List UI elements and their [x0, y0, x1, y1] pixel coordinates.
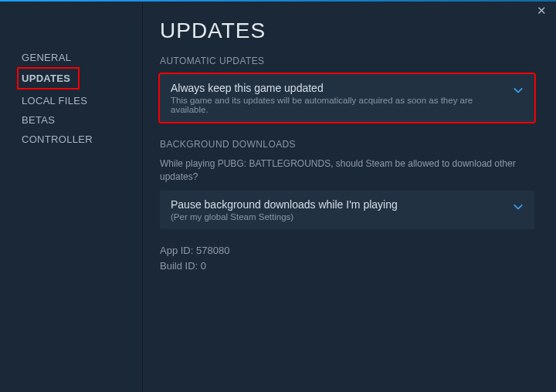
close-button[interactable]: ✕	[537, 5, 547, 16]
app-id-value: 578080	[196, 245, 229, 256]
automatic-update-dropdown[interactable]: Always keep this game updated This game …	[160, 74, 534, 122]
sidebar-item-general[interactable]: GENERAL	[19, 48, 142, 67]
automatic-updates-heading: AUTOMATIC UPDATES	[160, 56, 534, 66]
background-downloads-heading: BACKGROUND DOWNLOADS	[160, 139, 534, 150]
background-download-sub: (Per my global Steam Settings)	[171, 212, 507, 221]
sidebar-item-controller[interactable]: CONTROLLER	[19, 130, 142, 149]
background-download-dropdown[interactable]: Pause background downloads while I'm pla…	[160, 191, 534, 229]
sidebar-item-betas[interactable]: BETAS	[19, 110, 142, 130]
close-icon: ✕	[537, 4, 547, 17]
sidebar-item-local-files[interactable]: LOCAL FILES	[19, 91, 142, 110]
app-id-label: App ID:	[160, 245, 193, 256]
main-content: UPDATES AUTOMATIC UPDATES Always keep th…	[143, 3, 556, 392]
chevron-down-icon	[513, 201, 524, 215]
layout: GENERAL UPDATES LOCAL FILES BETAS CONTRO…	[0, 0, 556, 392]
build-id-value: 0	[201, 260, 206, 272]
app-info: App ID: 578080 Build ID: 0	[160, 243, 534, 274]
build-id-label: Build ID:	[160, 260, 198, 272]
sidebar: GENERAL UPDATES LOCAL FILES BETAS CONTRO…	[0, 3, 143, 392]
automatic-update-description: This game and its updates will be automa…	[171, 96, 507, 114]
window-top-accent	[0, 0, 556, 2]
page-title: UPDATES	[160, 19, 534, 43]
game-title-placeholder	[19, 14, 127, 31]
background-downloads-question: While playing PUBG: BATTLEGROUNDS, shoul…	[160, 157, 523, 184]
background-download-selected: Pause background downloads while I'm pla…	[171, 198, 507, 211]
automatic-update-selected: Always keep this game updated	[171, 82, 507, 94]
sidebar-item-updates[interactable]: UPDATES	[19, 69, 78, 88]
chevron-down-icon	[513, 85, 524, 99]
